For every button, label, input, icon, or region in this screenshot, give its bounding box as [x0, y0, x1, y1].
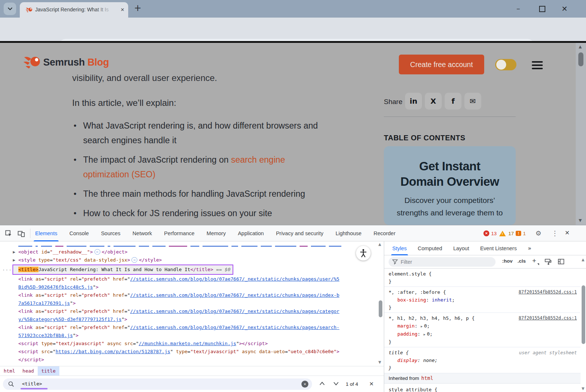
accessibility-overlay-button[interactable] [356, 246, 371, 260]
expand-value-icon[interactable]: ▸ [423, 332, 425, 336]
page-scrollbar[interactable]: ▲ ▼ [576, 43, 586, 225]
tab-close-icon[interactable]: ✕ [120, 7, 125, 12]
styles-tab-computed[interactable]: Computed [418, 241, 442, 255]
styles-tab-layout[interactable]: Layout [453, 241, 469, 255]
console-badges[interactable]: ✕ 13 ! 17 ! 1 [483, 225, 526, 241]
scroll-down-icon[interactable]: ▼ [378, 360, 381, 364]
rule-selector[interactable]: *, :after, :before { [389, 289, 446, 295]
styles-filter-input[interactable]: Filter [389, 257, 496, 267]
devtools-tab-sources[interactable]: Sources [101, 225, 120, 241]
expand-value-icon[interactable]: ▸ [421, 324, 423, 328]
resource-link[interactable]: https://bat.bing.com/p/action/5128787.js [56, 349, 170, 354]
breadcrumb-item-title[interactable]: title [38, 366, 59, 376]
scroll-down-icon[interactable]: ▼ [579, 218, 582, 223]
page-scrollbar-thumb[interactable] [578, 52, 583, 66]
devtools-tab-memory[interactable]: Memory [207, 225, 226, 241]
elements-scrollbar[interactable]: ▲ ▼ [377, 241, 384, 366]
code-line[interactable]: 571923cce32bf8b8.js"> [0, 332, 377, 340]
devtools-tab-lighthouse[interactable]: Lighthouse [335, 225, 361, 241]
resource-link[interactable]: //static.semrush.com/blog/blog/07ae7667/… [130, 276, 339, 282]
hamburger-menu-icon[interactable] [532, 61, 543, 71]
new-style-rule-button[interactable]: + [532, 257, 536, 265]
rule-selector[interactable]: *, h1, h2, h3, h4, h5, h6, p { [389, 315, 475, 321]
selected-node[interactable]: <title>JavaScript Rendering: What It Is … [12, 265, 233, 275]
previous-match-icon[interactable] [319, 382, 325, 385]
resource-link[interactable]: //static.semrush.com/blog/blog/07ae7667/… [130, 292, 339, 298]
rule-selector[interactable]: element.style { [389, 271, 431, 277]
search-input[interactable]: <title> ✕ [3, 378, 312, 390]
window-close-button[interactable]: ✕ [561, 4, 568, 13]
new-tab-button[interactable]: + [134, 3, 141, 13]
styles-scrollbar-thumb[interactable] [582, 285, 585, 344]
device-toolbar-icon[interactable] [18, 230, 25, 237]
property-value[interactable]: none [423, 358, 434, 363]
code-line[interactable]: <script type="text/javascript" async src… [0, 340, 377, 348]
resource-link[interactable]: //munchkin.marketo.net/munchkin.js [139, 341, 236, 346]
window-maximize-button[interactable] [539, 6, 545, 12]
devtools-close-icon[interactable]: ✕ [565, 229, 570, 236]
devtools-tab-recorder[interactable]: Recorder [374, 225, 396, 241]
x-icon[interactable]: X [425, 93, 442, 110]
code-line[interactable]: Bid%5D-9026476fb1cc48c5.js"> [0, 283, 377, 291]
css-property[interactable]: box-sizing: inherit; [389, 296, 577, 304]
code-line[interactable]: <script src="https://bat.bing.com/p/acti… [0, 348, 377, 356]
scroll-up-icon[interactable]: ▲ [579, 44, 582, 49]
mail-icon[interactable]: ✉ [464, 93, 481, 110]
next-match-icon[interactable] [333, 382, 339, 385]
expand-children-icon[interactable]: ⋯ [131, 257, 137, 263]
resource-link[interactable]: Bid%5D-9026476fb1cc48c5.js [18, 284, 93, 290]
hover-state-button[interactable]: :hov [502, 258, 513, 264]
create-account-button[interactable]: Create free account [399, 55, 484, 74]
code-line[interactable]: <link as="script" rel="prefetch" href="/… [0, 307, 377, 315]
theme-toggle-knob[interactable] [496, 60, 506, 70]
elements-scrollbar-thumb[interactable] [379, 300, 382, 317]
breadcrumb-item-html[interactable]: html [0, 366, 19, 376]
code-line[interactable]: y/%5Bcategory%5D-d3ef877797125f17.js"> [0, 315, 377, 323]
property-name[interactable]: display [397, 358, 418, 363]
resource-link[interactable]: 7a5617ca1776391.js [18, 300, 70, 306]
inherited-from-node[interactable]: html [421, 374, 433, 382]
breadcrumb-item-head[interactable]: head [19, 366, 37, 376]
scroll-up-icon[interactable]: ▲ [582, 258, 585, 262]
css-property[interactable]: margin: ▸0; [389, 322, 577, 330]
paint-layers-icon[interactable] [545, 259, 552, 265]
inspect-element-icon[interactable] [5, 230, 12, 237]
code-line[interactable]: <link as="script" rel="prefetch" href="/… [0, 291, 377, 299]
stylesheet-source-link[interactable]: 87f201554fb8552d.css:1 [519, 314, 577, 322]
property-name[interactable]: box-sizing [397, 297, 426, 303]
devtools-menu-kebab-icon[interactable]: ⋮ [552, 229, 558, 237]
devtools-tab-elements[interactable]: Elements [35, 225, 57, 241]
resource-link[interactable]: y/%5Bcategory%5D-d3ef877797125f17.js [18, 317, 122, 322]
scroll-up-icon[interactable]: ▲ [378, 242, 381, 246]
expand-arrow-icon[interactable]: ▶ [13, 248, 15, 256]
more-tabs-icon[interactable]: » [528, 245, 531, 252]
tab-search-button[interactable] [4, 3, 16, 15]
devtools-settings-icon[interactable]: ⚙ [535, 229, 541, 237]
scroll-down-icon[interactable]: ▼ [582, 387, 585, 391]
code-line[interactable]: ▶<style type="text/css" data-styled-jsx>… [0, 256, 377, 264]
devtools-tab-performance[interactable]: Performance [164, 225, 194, 241]
expand-children-icon[interactable]: ⋯ [94, 249, 100, 255]
code-line[interactable]: ▶<object id="__reshadow__">⋯</object> [0, 248, 377, 256]
styles-scrollbar[interactable]: ▲ ▼ [581, 255, 586, 392]
property-name[interactable]: margin [397, 323, 415, 329]
code-line[interactable]: <link as="script" rel="prefetch" href="/… [0, 323, 377, 332]
expand-arrow-icon[interactable]: ▶ [13, 256, 15, 264]
property-value[interactable]: inherit [432, 297, 452, 303]
dock-side-icon[interactable] [558, 259, 564, 265]
code-line[interactable]: ...<title>JavaScript Rendering: What It … [0, 265, 377, 275]
code-line[interactable]: 7a5617ca1776391.js"> [0, 299, 377, 307]
site-brand[interactable]: Semrush Blog [43, 57, 109, 68]
property-name[interactable]: padding [397, 331, 418, 337]
styles-tab-event-listeners[interactable]: Event Listeners [480, 241, 517, 255]
css-property[interactable]: display: none; [389, 356, 577, 364]
rule-selector[interactable]: title { [389, 350, 409, 355]
resource-link[interactable]: 571923cce32bf8b8.js [18, 333, 73, 338]
resource-link[interactable]: //static.semrush.com/blog/blog/07ae7667/… [130, 325, 339, 330]
devtools-tab-privacy-and-security[interactable]: Privacy and security [276, 225, 323, 241]
resource-link[interactable]: //static.semrush.com/blog/blog/07ae7667/… [130, 308, 339, 314]
styles-tab-styles[interactable]: Styles [392, 241, 407, 255]
close-search-icon[interactable]: ✕ [369, 381, 374, 387]
clear-search-icon[interactable]: ✕ [301, 381, 308, 388]
search-query[interactable]: <title> [22, 381, 42, 387]
